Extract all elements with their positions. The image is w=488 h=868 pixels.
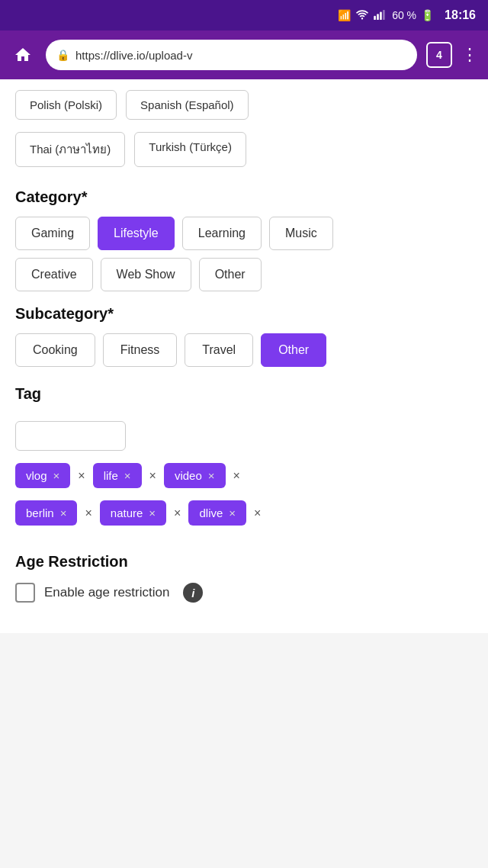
tag-vlog-label: vlog <box>26 469 47 482</box>
tag-chip-berlin[interactable]: berlin × <box>15 500 77 526</box>
tag-title: Tag <box>15 385 473 403</box>
category-music[interactable]: Music <box>269 217 333 250</box>
svg-rect-2 <box>380 11 382 20</box>
age-restriction-section: Age Restriction Enable age restriction i <box>15 553 473 603</box>
category-learning[interactable]: Learning <box>182 217 262 250</box>
subcategory-cooking[interactable]: Cooking <box>15 333 95 367</box>
menu-button[interactable]: ⋮ <box>461 45 479 65</box>
category-title: Category* <box>15 188 473 206</box>
category-other[interactable]: Other <box>199 258 262 291</box>
lang-chip-spanish[interactable]: Spanish (Español) <box>126 90 249 120</box>
separator-4: × <box>85 506 92 520</box>
browser-bar: 🔒 https://dlive.io/upload-v 4 ⋮ <box>0 31 488 79</box>
tag-nature-label: nature <box>111 506 143 519</box>
lock-icon: 🔒 <box>56 49 69 61</box>
language-row-bottom: Thai (ภาษาไทย) Turkish (Türkçe) <box>15 120 473 175</box>
url-text: https://dlive.io/upload-v <box>75 49 192 62</box>
separator-2: × <box>149 469 156 483</box>
tag-berlin-remove[interactable]: × <box>60 506 67 519</box>
lang-chip-polish[interactable]: Polish (Polski) <box>15 90 117 120</box>
separator-5: × <box>174 506 181 520</box>
tag-chip-life[interactable]: life × <box>93 463 142 488</box>
tag-nature-remove[interactable]: × <box>149 506 156 519</box>
tag-berlin-label: berlin <box>26 506 54 519</box>
subcategory-title: Subcategory* <box>15 305 473 323</box>
nfc-icon: 📶 <box>338 9 351 21</box>
home-button[interactable] <box>9 41 37 69</box>
wifi-icon <box>355 9 369 22</box>
subcategory-travel[interactable]: Travel <box>185 333 253 367</box>
signal-icon <box>374 9 387 22</box>
battery-icon: 🔋 <box>421 9 434 21</box>
status-icons: 📶 60 % 🔋 18:16 <box>338 8 476 22</box>
category-row-1: Gaming Lifestyle Learning Music <box>15 217 473 250</box>
separator-3: × <box>233 469 240 483</box>
info-icon[interactable]: i <box>183 583 203 603</box>
tag-chip-vlog[interactable]: vlog × <box>15 463 70 488</box>
tab-count-button[interactable]: 4 <box>426 42 452 68</box>
language-row-top: Polish (Polski) Spanish (Español) <box>15 79 473 120</box>
tag-section: Tag vlog × × life × × video × × berlin × <box>15 385 473 526</box>
battery-label: 60 % <box>392 9 416 21</box>
age-restriction-title: Age Restriction <box>15 553 473 571</box>
tag-dlive-remove[interactable]: × <box>229 506 236 519</box>
age-restriction-label: Enable age restriction <box>44 585 169 600</box>
tag-chip-nature[interactable]: nature × <box>100 500 166 526</box>
subcategory-row: Cooking Fitness Travel Other <box>15 333 473 367</box>
subcategory-other[interactable]: Other <box>261 333 326 367</box>
subcategory-fitness[interactable]: Fitness <box>103 333 178 367</box>
svg-rect-0 <box>374 15 376 19</box>
category-creative[interactable]: Creative <box>15 258 93 291</box>
tag-video-label: video <box>175 469 202 482</box>
tag-dlive-label: dlive <box>199 506 223 519</box>
lang-chip-thai[interactable]: Thai (ภาษาไทย) <box>15 132 125 167</box>
tag-input[interactable] <box>15 421 126 451</box>
main-content: Polish (Polski) Spanish (Español) Thai (… <box>0 79 488 633</box>
category-lifestyle[interactable]: Lifestyle <box>98 217 175 250</box>
tag-vlog-remove[interactable]: × <box>53 469 60 482</box>
svg-rect-3 <box>383 9 385 19</box>
tag-chip-video[interactable]: video × <box>164 463 226 488</box>
category-row-2: Creative Web Show Other <box>15 258 473 291</box>
status-bar: 📶 60 % 🔋 18:16 <box>0 0 488 31</box>
tag-video-remove[interactable]: × <box>208 469 215 482</box>
time-display: 18:16 <box>445 8 476 22</box>
tag-chips-row1: vlog × × life × × video × × <box>15 463 473 488</box>
category-webshow[interactable]: Web Show <box>101 258 191 291</box>
lang-chip-turkish[interactable]: Turkish (Türkçe) <box>134 132 246 167</box>
tag-chip-dlive[interactable]: dlive × <box>188 500 246 526</box>
url-bar[interactable]: 🔒 https://dlive.io/upload-v <box>46 40 417 70</box>
age-restriction-row: Enable age restriction i <box>15 583 473 603</box>
separator-6: × <box>254 506 261 520</box>
tag-life-remove[interactable]: × <box>124 469 131 482</box>
tag-chips-row2: berlin × × nature × × dlive × × <box>15 500 473 526</box>
age-restriction-checkbox[interactable] <box>15 583 35 603</box>
separator-1: × <box>78 469 85 483</box>
category-gaming[interactable]: Gaming <box>15 217 90 250</box>
svg-rect-1 <box>377 14 379 20</box>
tag-life-label: life <box>104 469 118 482</box>
